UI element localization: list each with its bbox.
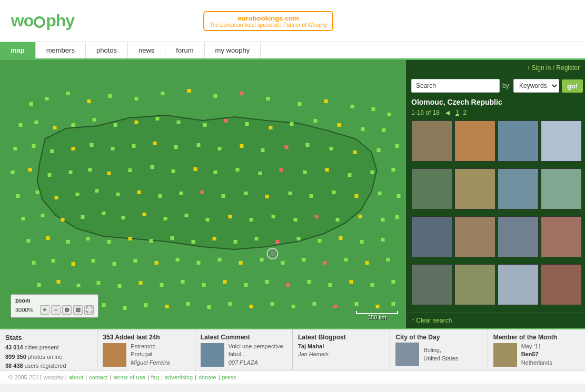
svg-rect-137 bbox=[155, 261, 158, 265]
scale-text: 350 km bbox=[368, 314, 386, 320]
clear-search[interactable]: ↑ Clear search bbox=[406, 312, 585, 328]
svg-rect-11 bbox=[266, 97, 270, 100]
svg-rect-49 bbox=[306, 143, 310, 147]
svg-rect-106 bbox=[272, 215, 275, 218]
zoom-minus-button[interactable]: − bbox=[51, 305, 61, 315]
footer-press-link[interactable]: press bbox=[222, 374, 236, 380]
svg-rect-73 bbox=[16, 194, 20, 198]
city-of-day-city: Boling, bbox=[423, 347, 441, 353]
search-go-button[interactable]: go! bbox=[562, 79, 583, 93]
svg-rect-13 bbox=[324, 99, 328, 103]
svg-rect-95 bbox=[41, 214, 45, 217]
latest-comment-text: Voici une perspective fabul... 007 PLAZA bbox=[229, 343, 287, 367]
footer-contact-link[interactable]: contact bbox=[89, 374, 107, 380]
svg-rect-26 bbox=[203, 123, 207, 127]
nav-item-members[interactable]: members bbox=[36, 42, 86, 58]
member-of-month-date: May '11 bbox=[521, 343, 541, 349]
svg-rect-133 bbox=[72, 262, 75, 266]
page-1-link[interactable]: 1 bbox=[455, 109, 459, 116]
zoom-controls: zoom 3000% + − ⊕ ⊞ ⛶ bbox=[11, 294, 98, 318]
svg-rect-166 bbox=[392, 280, 395, 284]
photo-thumb[interactable] bbox=[411, 168, 452, 209]
photo-thumb[interactable] bbox=[454, 216, 495, 257]
svg-point-83 bbox=[271, 252, 275, 256]
footer-advertising-link[interactable]: advertising bbox=[165, 374, 193, 380]
svg-rect-52 bbox=[377, 148, 381, 152]
svg-rect-35 bbox=[14, 147, 17, 150]
search-keywords-select[interactable]: Keywords City Country Member bbox=[513, 79, 559, 93]
svg-rect-119 bbox=[150, 239, 153, 243]
svg-rect-46 bbox=[240, 144, 244, 148]
svg-rect-32 bbox=[338, 123, 341, 127]
svg-rect-25 bbox=[177, 120, 181, 124]
city-of-day-text: Boling, United States bbox=[423, 346, 458, 363]
nav-item-news[interactable]: news bbox=[128, 42, 165, 58]
stats-text: 43 014 cities present 899 350 photos onl… bbox=[5, 343, 92, 371]
photo-thumb[interactable] bbox=[498, 168, 539, 209]
logo: wophy bbox=[8, 6, 77, 35]
member-of-month-text: May '11 Ben57 Netherlands bbox=[521, 343, 552, 367]
svg-rect-176 bbox=[229, 302, 232, 306]
search-by-label: by: bbox=[502, 82, 511, 89]
latest-comment-body: Voici une perspective fabul... bbox=[229, 343, 283, 357]
svg-rect-80 bbox=[158, 194, 162, 198]
svg-rect-107 bbox=[294, 218, 298, 222]
nav-item-photos[interactable]: photos bbox=[86, 42, 128, 58]
svg-rect-92 bbox=[378, 192, 382, 195]
added-country: Portugal bbox=[131, 351, 152, 357]
footer-donate-link[interactable]: donate bbox=[199, 374, 216, 380]
footer-about-link[interactable]: about bbox=[69, 374, 84, 380]
zoom-plus-button[interactable]: + bbox=[40, 305, 49, 315]
zoom-value: 3000% bbox=[15, 307, 36, 313]
svg-rect-91 bbox=[355, 194, 359, 198]
svg-rect-16 bbox=[388, 113, 391, 116]
photo-thumb[interactable] bbox=[411, 120, 452, 162]
svg-rect-94 bbox=[22, 217, 25, 220]
nav-item-map[interactable]: map bbox=[0, 42, 36, 58]
footer-faq-link[interactable]: faq bbox=[151, 374, 159, 380]
footer-terms-link[interactable]: terms of use bbox=[113, 374, 145, 380]
svg-rect-41 bbox=[132, 144, 136, 148]
location-title: Olomouc, Czech Republic bbox=[406, 96, 585, 107]
page-2-link[interactable]: 2 bbox=[463, 109, 467, 116]
map-area[interactable]: zoom 3000% + − ⊕ ⊞ ⛶ 350 km bbox=[0, 60, 406, 328]
svg-rect-158 bbox=[223, 280, 227, 284]
svg-rect-150 bbox=[57, 280, 61, 284]
svg-rect-54 bbox=[11, 170, 15, 174]
zoom-expand1-button[interactable]: ⊞ bbox=[73, 305, 83, 315]
photo-thumb[interactable] bbox=[498, 264, 539, 305]
nav-bar: map members photos news forum my woophy bbox=[0, 42, 585, 60]
search-input[interactable] bbox=[411, 79, 500, 93]
photo-thumb[interactable] bbox=[541, 168, 582, 209]
member-of-month-thumb bbox=[493, 343, 517, 367]
svg-rect-175 bbox=[207, 305, 211, 309]
bottom-bar: Stats 43 014 cities present 899 350 phot… bbox=[0, 328, 585, 370]
search-bar: by: Keywords City Country Member go! bbox=[406, 76, 585, 96]
nav-item-mywoophy[interactable]: my woophy bbox=[205, 42, 261, 58]
svg-rect-12 bbox=[298, 102, 302, 106]
svg-rect-125 bbox=[276, 240, 280, 244]
page-prev-arrow[interactable]: ◄ bbox=[444, 108, 451, 117]
photo-thumb[interactable] bbox=[541, 216, 582, 257]
added-title-rest: Added last 24h bbox=[113, 334, 160, 341]
photo-thumb[interactable] bbox=[411, 216, 452, 257]
photo-thumb[interactable] bbox=[498, 120, 539, 162]
photo-thumb[interactable] bbox=[454, 264, 495, 305]
zoom-search-button[interactable]: ⊕ bbox=[62, 305, 72, 315]
photo-thumb[interactable] bbox=[411, 264, 452, 305]
photo-thumb[interactable] bbox=[454, 120, 495, 162]
nav-item-forum[interactable]: forum bbox=[165, 42, 204, 58]
svg-rect-42 bbox=[153, 142, 157, 145]
sign-in-link[interactable]: ↑ Sign in / Register bbox=[527, 64, 580, 72]
photo-thumb[interactable] bbox=[541, 264, 582, 305]
svg-rect-69 bbox=[325, 168, 329, 172]
svg-rect-152 bbox=[97, 281, 101, 285]
photo-thumb[interactable] bbox=[541, 120, 582, 162]
photo-thumb[interactable] bbox=[498, 216, 539, 257]
svg-rect-27 bbox=[224, 119, 228, 123]
svg-rect-113 bbox=[27, 239, 31, 243]
zoom-expand2-button[interactable]: ⛶ bbox=[84, 305, 94, 315]
photo-thumb[interactable] bbox=[454, 168, 495, 209]
svg-rect-36 bbox=[32, 144, 36, 148]
partner-banner[interactable]: eurobookings.com The European hotel spec… bbox=[203, 11, 333, 31]
